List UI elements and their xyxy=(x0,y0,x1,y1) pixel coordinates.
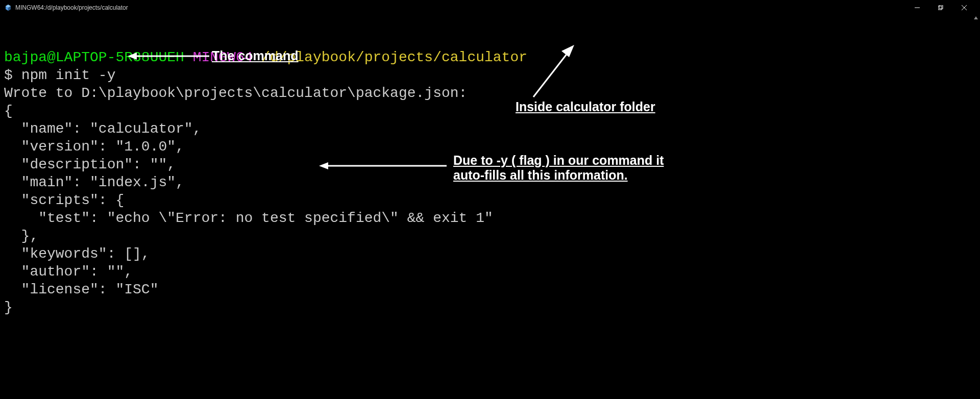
window-controls xyxy=(905,0,976,15)
svg-rect-5 xyxy=(939,5,943,9)
annotation-autofill: Due to -y ( flag ) in our command it aut… xyxy=(453,153,688,183)
output-line: "test": "echo \"Error: no test specified… xyxy=(4,209,976,227)
scroll-up-icon[interactable] xyxy=(972,15,980,23)
svg-marker-14 xyxy=(974,16,978,19)
svg-rect-4 xyxy=(938,6,942,10)
close-button[interactable] xyxy=(952,0,976,15)
output-line: "keywords": [], xyxy=(4,245,976,263)
output-line: "scripts": { xyxy=(4,191,976,209)
scrollbar[interactable] xyxy=(972,15,980,399)
output-line: "author": "", xyxy=(4,263,976,281)
output-line: "license": "ISC" xyxy=(4,281,976,298)
minimize-button[interactable] xyxy=(905,0,929,15)
prompt-path: /d/playbook/projects/calculator xyxy=(261,49,527,65)
output-line: "name": "calculator", xyxy=(4,120,976,138)
annotation-command: The command xyxy=(212,48,298,63)
app-icon xyxy=(4,4,12,12)
prompt-dollar: $ xyxy=(4,67,13,83)
output-line: { xyxy=(4,102,976,120)
window-title: MINGW64:/d/playbook/projects/calculator xyxy=(15,4,905,11)
annotation-folder: Inside calculator folder xyxy=(516,99,655,114)
output-line: }, xyxy=(4,227,976,245)
maximize-button[interactable] xyxy=(929,0,952,15)
prompt-user: bajpa@LAPTOP-5R38UUEH xyxy=(4,49,184,65)
output-wrote: Wrote to D:\playbook\projects\calculator… xyxy=(4,84,976,102)
output-line: } xyxy=(4,298,976,316)
titlebar: MINGW64:/d/playbook/projects/calculator xyxy=(0,0,980,15)
typed-command: npm init -y xyxy=(21,67,116,83)
